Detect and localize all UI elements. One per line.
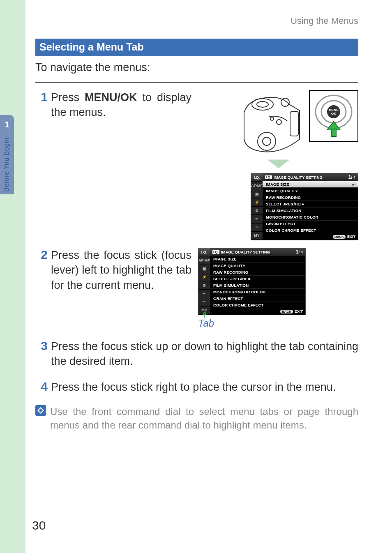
menu-page-indicator: 1/ 4: [296, 249, 303, 255]
menu-tab-icon: ⚙: [251, 207, 263, 215]
menu-screenshot-1: I.Q.AF·MF▣⚡⚙✒〜MYI.Q.IMAGE QUALITY SETTIN…: [251, 173, 358, 240]
camera-line-art: [240, 90, 306, 156]
menu-tab-icon: I.Q.: [251, 173, 263, 182]
menu-item-row: IMAGE SIZE: [210, 256, 305, 262]
chapter-label: Before You Begin: [0, 132, 13, 194]
svg-point-2: [252, 99, 273, 110]
step-text: Press the focus stick up or down to high…: [51, 339, 358, 369]
menu-tab-icon: MY: [251, 232, 263, 240]
menu-tab-icon: 〜: [198, 298, 210, 306]
menu-item-row: GRAIN EFFECT: [210, 295, 305, 302]
menu-item-row: IMAGE QUALITY: [263, 187, 358, 194]
menu-header-title: IMAGE QUALITY SETTING: [274, 175, 323, 180]
menu-item-row: RAW RECORDING: [263, 194, 358, 200]
menu-item-label: IMAGE QUALITY: [266, 189, 298, 193]
back-pill: BACK: [280, 310, 293, 313]
svg-text:MENU: MENU: [329, 108, 339, 112]
tip-text: Use the front command dial to select men…: [50, 405, 358, 432]
svg-point-0: [258, 132, 276, 150]
menu-item-row: SELECT JPEG/HEIF: [263, 200, 358, 207]
chapter-tab: 1 Before You Begin: [0, 115, 14, 194]
camera-illustration-group: MENU OK: [199, 90, 358, 156]
intro-text: To navigate the menus:: [35, 61, 358, 74]
tab-caption: Tab: [198, 318, 214, 329]
exit-label: EXIT: [295, 309, 303, 313]
section-heading: Selecting a Menu Tab: [35, 39, 358, 56]
menu-item-label: COLOR CHROME EFFECT: [213, 303, 264, 307]
step-2-row: 2 Press the focus stick (focus lever) le…: [35, 248, 358, 329]
step-4: 4 Press the focus stick right to place t…: [35, 380, 358, 394]
menu-tab-icon: ⚡: [251, 198, 263, 207]
step-text: Press MENU/OK to display the menus.: [51, 90, 191, 120]
step-pre: Press: [51, 91, 85, 104]
step-number: 3: [35, 339, 51, 353]
menu-item-label: IMAGE QUALITY: [213, 263, 245, 268]
menu-tab-icon: 〜: [251, 224, 263, 232]
menu-item-label: GRAIN EFFECT: [213, 296, 243, 301]
menu-item-row: GRAIN EFFECT: [263, 220, 358, 227]
menu-item-row: SELECT JPEG/HEIF: [210, 275, 305, 282]
menu-item-row: COLOR CHROME EFFECT: [263, 227, 358, 233]
svg-point-1: [263, 137, 271, 145]
svg-marker-16: [268, 160, 289, 168]
menu-page-indicator: 1/ 4: [348, 174, 355, 180]
step-2-illustration: I.Q.AF·MF▣⚡⚙✒〜MYI.Q.IMAGE QUALITY SETTIN…: [198, 248, 358, 329]
exit-label: EXIT: [347, 235, 355, 239]
step-1: 1 Press MENU/OK to display the menus.: [35, 90, 191, 120]
menu-item-row: MONOCHROMATIC COLOR: [210, 288, 305, 295]
left-sidebar: 1 Before You Begin: [0, 0, 25, 553]
menu-item-label: SELECT JPEG/HEIF: [213, 276, 251, 281]
menu-item-row: RAW RECORDING: [210, 269, 305, 275]
tab-pointer-icon: [202, 312, 208, 318]
svg-rect-13: [331, 129, 336, 136]
menu-ok-button-icon: MENU OK: [313, 94, 354, 138]
chevron-right-icon: ▸: [353, 182, 355, 187]
menu-item-label: SELECT JPEG/HEIF: [266, 202, 304, 206]
back-pill: BACK: [333, 235, 346, 239]
step-text: Press the focus stick (focus lever) left…: [51, 248, 191, 293]
menu-item-row: MONOCHROMATIC COLOR: [263, 214, 358, 220]
svg-point-6: [277, 120, 281, 124]
menu-item-label: MONOCHROMATIC COLOR: [213, 290, 266, 294]
svg-text:OK: OK: [331, 112, 336, 115]
step-3: 3 Press the focus stick up or down to hi…: [35, 339, 358, 369]
svg-rect-5: [290, 111, 298, 136]
page-number: 30: [32, 518, 46, 532]
menu-tab-icon: ⚡: [198, 273, 210, 281]
step-number: 4: [35, 380, 51, 393]
menu-screenshot-2: I.Q.AF·MF▣⚡⚙✒〜MYI.Q.IMAGE QUALITY SETTIN…: [198, 248, 306, 315]
menu-item-label: FILM SIMULATION: [213, 283, 249, 288]
menu-item-label: FILM SIMULATION: [266, 208, 301, 213]
step-1-illustration: MENU OK: [199, 90, 358, 240]
menu-item-label: GRAIN EFFECT: [266, 221, 296, 226]
step-number: 2: [35, 248, 51, 261]
menu-header-badge: I.Q.: [212, 250, 219, 254]
menu-item-row: IMAGE QUALITY: [210, 262, 305, 269]
menu-tab-icon: AF·MF: [251, 182, 263, 190]
menu-item-label: RAW RECORDING: [213, 270, 248, 274]
svg-point-17: [203, 313, 205, 315]
tip-note: Use the front command dial to select men…: [35, 405, 358, 432]
divider: [35, 82, 358, 83]
menu-tab-icon: ⚙: [198, 281, 210, 290]
menu-item-row: COLOR CHROME EFFECT: [210, 302, 305, 308]
tip-icon: [35, 405, 46, 416]
menu-ok-button-panel: MENU OK: [309, 90, 358, 142]
menu-header-badge: I.Q.: [265, 175, 272, 179]
step-2: 2 Press the focus stick (focus lever) le…: [35, 248, 191, 293]
flow-arrow-down-icon: [199, 158, 358, 170]
keyword-menu-ok: MENU/OK: [85, 91, 137, 104]
menu-item-row: IMAGE SIZE▸: [263, 181, 358, 187]
menu-item-label: IMAGE SIZE: [266, 182, 289, 187]
menu-tab-icon: ✒: [198, 290, 210, 298]
menu-tab-icon: ▣: [251, 190, 263, 198]
menu-item-row: FILM SIMULATION: [263, 207, 358, 214]
menu-item-row: FILM SIMULATION: [210, 282, 305, 288]
menu-item-label: RAW RECORDING: [266, 195, 301, 200]
menu-tab-icon: I.Q.: [198, 248, 210, 256]
running-head: Using the Menus: [35, 16, 358, 26]
step-number: 1: [35, 90, 51, 104]
menu-tab-icon: AF·MF: [198, 256, 210, 265]
menu-header-title: IMAGE QUALITY SETTING: [221, 250, 270, 254]
menu-tab-icon: ✒: [251, 215, 263, 223]
